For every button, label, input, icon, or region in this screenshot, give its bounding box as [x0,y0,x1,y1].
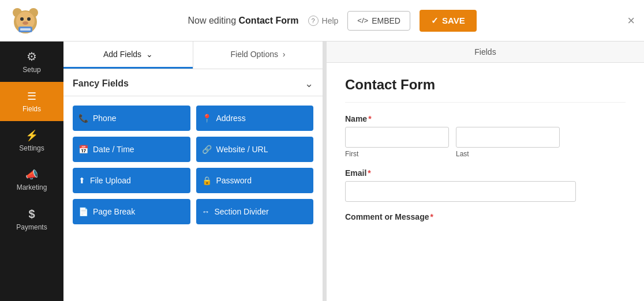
comment-label: Comment or Message* [345,212,626,221]
embed-icon: </> [357,16,368,25]
last-name-wrap: Last [456,127,560,158]
fields-grid: 📞 Phone 📍 Address 📅 Date / Time 🔗 Websit… [63,96,323,234]
form-field-email: Email* [345,168,626,202]
form-title: Contact Form [345,77,626,103]
tab-field-options[interactable]: Field Options › [193,42,323,69]
main-layout: ⚙ Setup ☰ Fields ⚡ Settings 📣 Marketing … [0,42,644,301]
form-content: Contact Form Name* First Last [327,63,644,301]
payments-icon: $ [28,208,35,221]
name-required-star: * [368,114,371,123]
email-input[interactable] [345,181,576,202]
field-btn-file-upload[interactable]: ⬆ File Upload [73,168,190,193]
setup-icon: ⚙ [27,50,37,63]
sidebar-item-marketing[interactable]: 📣 Marketing [0,160,63,200]
close-button[interactable]: × [627,13,635,28]
chevron-right-icon: › [283,50,286,59]
header-center: Now editing Contact Form ? Help </> EMBE… [42,10,623,32]
panel-tabs: Add Fields ⌄ Field Options › [63,42,323,69]
help-icon: ? [308,16,319,26]
section-divider-icon: ↔ [202,207,210,216]
name-inputs: First Last [345,127,626,158]
field-btn-password[interactable]: 🔒 Password [196,168,314,193]
svg-point-5 [27,17,31,21]
svg-point-6 [23,21,28,25]
sidebar-label-settings: Settings [19,144,44,152]
last-name-input[interactable] [456,127,560,148]
link-icon: 🔗 [202,145,212,154]
field-btn-date-time[interactable]: 📅 Date / Time [73,137,190,162]
lock-icon: 🔒 [202,176,212,185]
preview-header: Fields [327,42,644,63]
sidebar-item-settings[interactable]: ⚡ Settings [0,121,63,160]
settings-icon: ⚡ [25,129,38,142]
sidebar-label-payments: Payments [16,223,47,231]
sidebar-item-setup[interactable]: ⚙ Setup [0,42,63,82]
form-field-name: Name* First Last [345,114,626,158]
sidebar-item-payments[interactable]: $ Payments [0,200,63,239]
help-button[interactable]: ? Help [308,16,339,26]
last-name-label: Last [456,150,560,158]
embed-button[interactable]: </> EMBED [347,11,410,31]
field-btn-page-break[interactable]: 📄 Page Break [73,199,190,224]
sidebar-item-fields[interactable]: ☰ Fields [0,82,63,121]
logo-area [9,5,42,37]
first-name-label: First [345,150,449,158]
tab-add-fields[interactable]: Add Fields ⌄ [63,42,193,69]
email-label: Email* [345,168,626,178]
save-button[interactable]: ✓ SAVE [420,10,477,32]
field-btn-section-divider[interactable]: ↔ Section Divider [196,199,314,224]
comment-required-star: * [430,212,433,221]
form-field-comment: Comment or Message* [345,212,626,221]
name-label: Name* [345,114,626,123]
field-btn-address[interactable]: 📍 Address [196,106,314,131]
fields-icon: ☰ [27,90,36,103]
sidebar-label-fields: Fields [23,105,41,113]
form-preview: Fields Contact Form Name* First Last [327,42,644,301]
email-required-star: * [368,168,370,178]
upload-icon: ⬆ [78,176,85,185]
field-btn-phone[interactable]: 📞 Phone [73,106,190,131]
page-break-icon: 📄 [78,207,88,216]
editing-label: Now editing Contact Form [188,16,298,26]
fields-panel: Add Fields ⌄ Field Options › Fancy Field… [63,42,323,301]
fancy-fields-chevron-icon[interactable]: ⌄ [305,77,313,90]
first-name-wrap: First [345,127,449,158]
marketing-icon: 📣 [25,168,38,181]
phone-icon: 📞 [78,114,88,123]
app-logo [9,5,42,37]
app-header: Now editing Contact Form ? Help </> EMBE… [0,0,644,42]
field-btn-website-url[interactable]: 🔗 Website / URL [196,137,314,162]
sidebar: ⚙ Setup ☰ Fields ⚡ Settings 📣 Marketing … [0,42,63,301]
svg-point-4 [20,17,24,21]
fancy-fields-title: Fancy Fields [73,78,129,89]
sidebar-label-setup: Setup [23,66,40,74]
svg-rect-8 [20,28,31,31]
address-icon: 📍 [202,114,212,123]
sidebar-label-marketing: Marketing [17,183,47,191]
first-name-input[interactable] [345,127,449,148]
calendar-icon: 📅 [78,145,88,154]
checkmark-icon: ✓ [431,16,439,26]
fancy-fields-titlebar: Fancy Fields ⌄ [63,69,323,96]
chevron-down-icon: ⌄ [146,50,153,59]
